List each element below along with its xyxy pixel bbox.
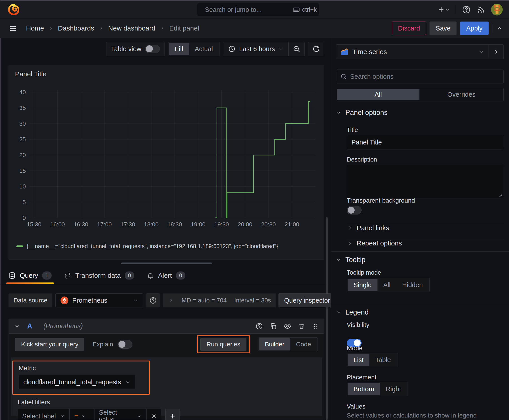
datasource-help-button[interactable] <box>146 293 160 307</box>
select-value-dropdown[interactable]: Select value <box>94 409 146 420</box>
tab-alert-label: Alert <box>158 272 172 279</box>
time-series-chart[interactable]: 051015202530354015:3016:0016:3017:0017:3… <box>12 85 318 238</box>
operator-dropdown[interactable]: = <box>70 409 94 420</box>
refresh-button[interactable] <box>308 42 324 56</box>
eye-icon <box>284 322 291 330</box>
options-search-input[interactable] <box>350 73 499 80</box>
apply-button[interactable]: Apply <box>460 22 489 35</box>
add-filter-button[interactable] <box>165 409 180 420</box>
query-options-summary[interactable]: MD = auto = 704 Interval = 30s <box>163 293 276 307</box>
menu-toggle-button[interactable] <box>9 24 17 32</box>
panel-description-textarea[interactable] <box>347 165 503 198</box>
tab-transform-count: 0 <box>125 271 134 279</box>
explain-toggle-group: Explain <box>92 340 132 349</box>
active-tab-underline <box>6 283 54 284</box>
user-avatar[interactable] <box>491 4 503 15</box>
new-menu-button[interactable] <box>437 6 450 14</box>
actual-option[interactable]: Actual <box>189 43 219 55</box>
tab-query[interactable]: Query 1 <box>8 268 52 283</box>
time-range-label: Last 6 hours <box>239 45 275 53</box>
remove-filter-button[interactable] <box>146 409 161 420</box>
chevron-down-icon <box>60 414 65 419</box>
zoom-out-button[interactable] <box>289 42 304 56</box>
select-label-dropdown[interactable]: Select label <box>18 409 69 420</box>
run-queries-button[interactable]: Run queries <box>200 338 246 351</box>
explain-toggle[interactable] <box>118 340 132 349</box>
breadcrumb-home[interactable]: Home <box>26 24 44 32</box>
collapse-options-pane-button[interactable] <box>489 45 504 59</box>
breadcrumb-dashboards[interactable]: Dashboards <box>58 24 94 32</box>
tab-alert[interactable]: Alert 0 <box>147 268 185 283</box>
metric-select[interactable]: cloudflared_tunnel_total_requests <box>19 375 135 389</box>
tab-all[interactable]: All <box>337 89 419 100</box>
global-search-input[interactable] <box>205 6 289 14</box>
resize-grip-icon[interactable] <box>499 194 502 197</box>
query-builder-body: Metric cloudflared_tunnel_total_requests… <box>11 357 322 416</box>
visualization-picker[interactable]: Time series <box>336 45 489 59</box>
tooltip-mode-label: Tooltip mode <box>347 269 381 276</box>
section-panel-links[interactable]: Panel links <box>347 222 389 234</box>
svg-text:17:30: 17:30 <box>121 221 135 228</box>
panel-resize-handle[interactable] <box>121 262 212 264</box>
grafana-logo-icon[interactable] <box>8 4 19 15</box>
breadcrumb-new-dashboard[interactable]: New dashboard <box>108 24 155 32</box>
query-help-button[interactable] <box>255 322 263 330</box>
news-button[interactable] <box>477 5 485 14</box>
tab-overrides[interactable]: Overrides <box>420 89 503 100</box>
drag-query-handle[interactable] <box>312 323 319 330</box>
section-panel-options[interactable]: Panel options <box>336 109 387 117</box>
section-legend[interactable]: Legend <box>336 308 369 316</box>
table-view-label: Table view <box>111 45 141 53</box>
legend-series-swatch[interactable] <box>16 246 23 247</box>
tooltip-mode-all[interactable]: All <box>378 279 396 291</box>
tab-transform[interactable]: Transform data 0 <box>64 268 134 283</box>
code-option[interactable]: Code <box>290 338 317 351</box>
legend-mode-list[interactable]: List <box>348 354 369 366</box>
plus-icon <box>169 413 176 420</box>
collapse-header-button[interactable] <box>496 25 503 32</box>
prometheus-icon <box>60 296 69 305</box>
transparent-bg-toggle[interactable] <box>347 206 362 215</box>
legend-series-label[interactable]: {__name__="cloudflared_tunnel_total_requ… <box>27 243 278 249</box>
breadcrumb-bar: Home Dashboards New dashboard Edit panel… <box>0 18 509 38</box>
section-divider <box>331 251 509 252</box>
help-button[interactable] <box>462 5 471 14</box>
table-view-toggle[interactable] <box>145 45 160 53</box>
fill-option[interactable]: Fill <box>169 43 189 55</box>
tooltip-mode-hidden[interactable]: Hidden <box>396 279 429 291</box>
panel-title[interactable]: Panel Title <box>15 70 46 78</box>
plus-icon <box>437 6 445 14</box>
section-tooltip[interactable]: Tooltip <box>336 256 365 264</box>
chevron-up-icon <box>496 25 503 32</box>
query-inspector-button[interactable]: Query inspector <box>279 293 336 307</box>
legend-mode-label: Mode <box>347 345 363 352</box>
main-vertical-scrollbar[interactable] <box>326 217 328 420</box>
svg-text:15: 15 <box>19 167 26 174</box>
toggle-query-visibility-button[interactable] <box>284 322 291 330</box>
svg-text:16:30: 16:30 <box>74 221 88 228</box>
legend-placement-right[interactable]: Right <box>380 383 407 395</box>
datasource-label: Data source <box>8 293 52 307</box>
svg-text:20:00: 20:00 <box>238 221 252 228</box>
tooltip-mode-single[interactable]: Single <box>348 279 378 291</box>
legend-placement-bottom[interactable]: Bottom <box>348 383 380 395</box>
global-search[interactable]: ctrl+k <box>197 3 319 16</box>
chevron-right-icon <box>347 225 353 231</box>
discard-button[interactable]: Discard <box>392 22 426 35</box>
section-repeat-options[interactable]: Repeat options <box>347 237 402 249</box>
breadcrumb: Home Dashboards New dashboard Edit panel <box>26 19 199 38</box>
metric-label: Metric <box>19 365 135 372</box>
save-button[interactable]: Save <box>430 22 456 35</box>
options-search[interactable] <box>336 69 504 83</box>
duplicate-query-button[interactable] <box>270 323 277 330</box>
panel-title-input[interactable] <box>347 135 503 150</box>
delete-query-button[interactable] <box>298 323 305 330</box>
tabs-divider <box>0 284 330 284</box>
builder-option[interactable]: Builder <box>259 338 290 351</box>
chevron-right-icon <box>493 49 499 55</box>
legend-mode-table[interactable]: Table <box>369 354 396 366</box>
datasource-picker[interactable]: Prometheus <box>55 293 143 307</box>
time-range-picker[interactable]: Last 6 hours <box>223 42 289 56</box>
kickstart-query-button[interactable]: Kick start your query <box>15 338 84 351</box>
query-row-header[interactable]: A (Prometheus) <box>9 319 324 334</box>
